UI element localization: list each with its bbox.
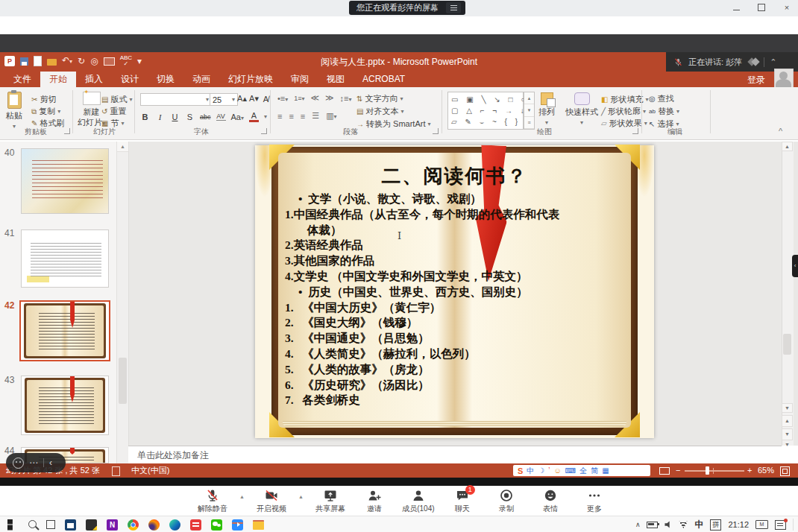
zoom-in-button[interactable]: + [747, 463, 752, 478]
qat-customize-icon[interactable]: ▾ [137, 56, 142, 66]
ime-simplified-icon[interactable]: 简 [591, 466, 598, 476]
invite-button[interactable]: 邀请 [357, 488, 392, 514]
shape-effects-button[interactable]: ▱形状效果▾ [601, 118, 647, 129]
char-spacing-button[interactable]: AV [216, 113, 226, 121]
microsoft-store-icon[interactable] [65, 519, 76, 531]
floating-reaction-bar[interactable]: ⋯ ‹ [6, 453, 66, 472]
sogou-ime-bar[interactable]: S 中 ☽ ’ ☺ ⌨ 全 简 ▦ [513, 465, 650, 476]
undo-icon[interactable]: ↶▾ [62, 55, 72, 67]
slideshow-view-icon[interactable] [659, 467, 670, 475]
layout-button[interactable]: ▤版式▾ [101, 94, 132, 105]
redo-icon[interactable]: ↻ [78, 56, 85, 66]
slide-thumbnail-40[interactable] [21, 148, 109, 214]
close-button[interactable]: × [780, 2, 794, 13]
paragraph-dialog-launcher[interactable] [433, 128, 439, 134]
italic-button[interactable]: I [155, 113, 165, 121]
fit-to-window-icon[interactable] [780, 466, 790, 476]
volume-icon[interactable] [665, 521, 672, 528]
align-center-button[interactable]: ≡ [289, 112, 293, 121]
ime-emoji-icon[interactable]: ☺ [554, 466, 562, 475]
next-slide-button[interactable]: ▼▼ [782, 428, 793, 440]
numbering-button[interactable]: 1≡▾ [294, 95, 304, 102]
tencent-meeting-icon[interactable] [232, 519, 243, 531]
justify-button[interactable]: ☰ [312, 111, 319, 121]
ime-full-icon[interactable]: 全 [579, 466, 587, 476]
emoji-icon[interactable] [13, 457, 24, 469]
clock[interactable]: 21:12 [728, 520, 749, 529]
battery-icon[interactable] [647, 522, 658, 528]
save-icon[interactable] [20, 57, 28, 66]
sidebar-collapse-handle[interactable]: ‹ [792, 255, 798, 277]
print-preview-icon[interactable]: ◎ [90, 56, 98, 66]
minimize-button[interactable] [729, 2, 743, 13]
scroll-down-button[interactable]: ▼ [782, 403, 793, 413]
tab-review[interactable]: 审阅 [282, 72, 318, 87]
align-right-button[interactable]: ≡ [301, 112, 305, 121]
wechat-icon[interactable] [211, 519, 222, 531]
align-text-button[interactable]: ▤对齐文本▾ [356, 106, 403, 117]
start-video-button[interactable]: 开启视频 [254, 488, 289, 514]
tab-view[interactable]: 视图 [318, 72, 354, 87]
tab-animations[interactable]: 动画 [183, 72, 219, 87]
replace-button[interactable]: ab替换▾ [649, 106, 679, 117]
firefox-icon[interactable] [148, 519, 160, 531]
start-button-icon[interactable] [7, 519, 19, 531]
shape-outline-button[interactable]: ╱形状轮廓▾ [601, 106, 646, 117]
columns-button[interactable]: ▥▾ [326, 111, 336, 121]
task-view-icon[interactable] [46, 520, 55, 529]
underline-button[interactable]: U [170, 113, 180, 121]
unmute-button[interactable]: 解除静音 [195, 488, 230, 514]
tab-design[interactable]: 设计 [112, 72, 148, 87]
maximize-button[interactable] [755, 2, 768, 13]
ime-punct-icon[interactable]: ’ [548, 466, 550, 475]
bold-button[interactable]: B [140, 113, 150, 121]
slideshow-icon[interactable] [104, 57, 115, 66]
zoom-slider-thumb[interactable] [706, 466, 709, 475]
show-desktop-divider[interactable] [793, 519, 794, 531]
tab-file[interactable]: 文件 [4, 72, 40, 87]
spellcheck-status-icon[interactable] [112, 466, 120, 476]
font-size-combobox[interactable]: 25▾ [210, 93, 238, 106]
quick-styles-button[interactable]: 快速样式▾ [565, 92, 598, 126]
ime-cn-icon[interactable]: 中 [527, 466, 534, 476]
red-app-icon[interactable] [190, 519, 201, 531]
record-button[interactable]: 录制 [489, 488, 524, 514]
tab-transitions[interactable]: 切换 [148, 72, 183, 87]
shadow-button[interactable]: S [185, 113, 195, 121]
copy-button[interactable]: ⧉复制▾ [31, 106, 60, 117]
video-options-arrow[interactable]: ▲ [298, 494, 304, 499]
spellcheck-icon[interactable]: ABC✓ [120, 55, 132, 67]
avatar[interactable] [774, 69, 794, 88]
bullets-button[interactable]: •≡▾ [277, 94, 288, 103]
cut-button[interactable]: ✂剪切 [31, 94, 56, 105]
chevron-up-icon[interactable]: ⌃ [770, 57, 776, 67]
members-button[interactable]: 成员(104) [401, 488, 436, 514]
mic-options-arrow[interactable]: ▲ [239, 494, 245, 499]
watching-banner[interactable]: 您正在观看彭萍的屏幕 [349, 1, 465, 15]
paste-button[interactable]: 粘贴 ▾ [6, 92, 22, 130]
language-status[interactable]: 中文(中国) [131, 463, 169, 478]
wifi-icon[interactable] [679, 521, 688, 528]
slide-thumbnail-41[interactable] [21, 229, 109, 288]
line-spacing-button[interactable]: ↕≡▾ [340, 94, 352, 103]
change-case-button[interactable]: Aa▾ [231, 113, 244, 121]
font-name-combobox[interactable]: ▾ [140, 93, 212, 106]
slide-title[interactable]: 二、阅读何书？ [255, 163, 654, 189]
tab-insert[interactable]: 插入 [76, 72, 112, 87]
onenote-icon[interactable]: N [107, 519, 118, 531]
tab-acrobat[interactable]: ACROBAT [354, 72, 414, 87]
notes-pane[interactable]: 单击此处添加备注 [128, 446, 782, 463]
reset-button[interactable]: ↺重置 [101, 106, 126, 117]
ime-keyboard-icon[interactable]: ⌨ [565, 466, 576, 475]
scrollbar-thumb[interactable] [119, 358, 127, 404]
slide-thumbnail-43[interactable] [21, 376, 109, 435]
zoom-slider-track[interactable] [685, 470, 744, 472]
grow-shrink-font[interactable]: A▴A▾A̸ [237, 94, 271, 104]
file-explorer-icon[interactable] [253, 522, 264, 530]
action-center-icon[interactable] [775, 520, 786, 530]
sticky-notes-icon[interactable] [86, 519, 97, 531]
tray-expand-icon[interactable]: ∧ [635, 521, 641, 528]
slide-body-text[interactable]: • 文学（小说、散文、诗歌、戏剧） 1.中国经典作品（从古至今，每个时期的代表作… [277, 191, 640, 408]
open-file-icon[interactable] [47, 59, 57, 66]
tab-slideshow[interactable]: 幻灯片放映 [219, 72, 282, 87]
